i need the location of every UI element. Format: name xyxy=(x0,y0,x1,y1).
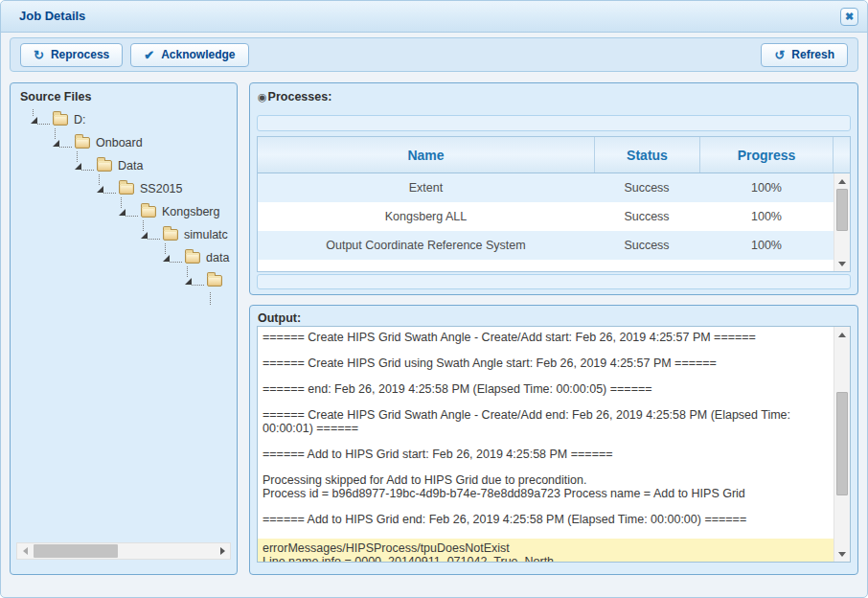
folder-icon xyxy=(207,275,222,287)
tree-item[interactable]: data xyxy=(11,246,237,269)
up-arrow-icon xyxy=(838,333,846,337)
expand-arrow-icon xyxy=(140,223,148,246)
table-row[interactable]: Output Coordinate Reference SystemSucces… xyxy=(258,231,850,260)
dialog-title: Job Details xyxy=(19,9,85,23)
close-button[interactable]: ✖ xyxy=(840,8,858,26)
table-row[interactable]: ExtentSuccess100% xyxy=(258,173,850,202)
process-name-cell: Output Coordinate Reference System xyxy=(258,231,594,260)
expand-arrow-icon xyxy=(30,108,37,131)
folder-icon xyxy=(141,206,156,218)
process-name-cell: Kongsberg ALL xyxy=(258,202,594,231)
tree-connector-line xyxy=(148,223,160,240)
tree-connector-line xyxy=(37,108,50,125)
expand-arrow-icon xyxy=(52,131,59,154)
tree-item[interactable]: Onboard xyxy=(11,131,237,154)
horizontal-scrollbar-thumb[interactable] xyxy=(34,544,118,558)
output-vertical-scrollbar[interactable] xyxy=(834,327,850,562)
toolbar: ↻ Reprocess ✔ Acknowledge ↺ Refresh xyxy=(10,37,858,72)
tree-connector-line xyxy=(103,177,116,194)
tree-item-label: SS2015 xyxy=(140,182,182,196)
column-header-name[interactable]: Name xyxy=(258,137,594,172)
refresh-icon: ↺ xyxy=(774,49,785,61)
tree-item[interactable]: Kongsberg xyxy=(11,200,237,223)
table-row[interactable]: Kongsberg ALLSuccess100% xyxy=(258,202,850,231)
down-arrow-icon xyxy=(838,262,846,266)
tree-item[interactable] xyxy=(11,269,237,292)
down-arrow-icon xyxy=(838,552,846,557)
reprocess-label: Reprocess xyxy=(51,48,109,61)
folder-icon xyxy=(97,160,112,172)
left-arrow-icon xyxy=(23,547,28,555)
tree-connector-line xyxy=(192,269,204,286)
expand-arrow-icon xyxy=(162,246,170,269)
job-details-dialog: Job Details ✖ ↻ Reprocess ✔ Acknowledge … xyxy=(0,0,868,598)
processes-table: Name Status Progress ExtentSuccess100%Ko… xyxy=(257,136,851,272)
expand-arrow-icon xyxy=(118,200,126,223)
tree-item[interactable]: SS2015 xyxy=(11,177,237,200)
folder-icon xyxy=(119,183,134,195)
scroll-up-button[interactable] xyxy=(834,173,850,189)
log-warning-block: errorMessages/HIPSProcess/tpuDoesNotExis… xyxy=(258,539,850,563)
tree-item-label: Data xyxy=(118,159,143,172)
folder-icon xyxy=(75,137,90,149)
tree-connector-line xyxy=(81,154,94,171)
process-status-cell: Success xyxy=(594,202,699,231)
log-paragraph: ====== Add to HIPS Grid start: Feb 26, 2… xyxy=(263,448,827,461)
log-paragraph: ====== end: Feb 26, 2019 4:25:58 PM (Ela… xyxy=(263,382,827,396)
dialog-titlebar[interactable]: Job Details ✖ xyxy=(1,1,867,33)
log-paragraph: ====== Create HIPS Grid using Swath Angl… xyxy=(263,356,827,370)
column-header-status[interactable]: Status xyxy=(594,137,699,172)
scroll-right-button[interactable] xyxy=(215,543,230,559)
processes-label-text: Processes: xyxy=(268,90,332,104)
log-paragraph: Processing skipped for Add to HIPS Grid … xyxy=(263,473,827,500)
scroll-down-button[interactable] xyxy=(834,256,850,271)
log-paragraph: ====== Create HIPS Grid Swath Angle - Cr… xyxy=(263,331,827,344)
refresh-button[interactable]: ↺ Refresh xyxy=(761,43,848,67)
process-rows: ExtentSuccess100%Kongsberg ALLSuccess100… xyxy=(258,173,850,271)
right-arrow-icon xyxy=(220,547,225,555)
process-progress-cell: 100% xyxy=(699,173,834,202)
processes-panel: ◉ Processes: Name Status Progress Extent… xyxy=(249,82,858,295)
process-status-cell: Success xyxy=(594,231,699,260)
header-spacer xyxy=(834,137,850,172)
processes-bullet-icon: ◉ xyxy=(258,91,267,104)
source-files-tree: D:OnboardDataSS2015Kongsbergsimulatcdata xyxy=(11,108,237,305)
acknowledge-button[interactable]: ✔ Acknowledge xyxy=(130,43,248,67)
table-scrollbar-thumb[interactable] xyxy=(836,189,848,231)
reprocess-icon: ↻ xyxy=(34,49,44,61)
process-name-cell: Extent xyxy=(258,173,594,202)
folder-icon xyxy=(185,252,200,264)
tree-item-label: data xyxy=(206,251,229,264)
output-scrollbar-thumb[interactable] xyxy=(836,392,848,495)
source-files-panel: Source Files D:OnboardDataSS2015Kongsber… xyxy=(10,82,238,575)
processes-footer-bar xyxy=(257,274,851,289)
tree-item[interactable]: D: xyxy=(11,108,237,131)
output-log: ====== Create HIPS Grid Swath Angle - Cr… xyxy=(258,327,850,562)
scroll-down-button[interactable] xyxy=(834,546,850,562)
checkmark-icon: ✔ xyxy=(144,49,154,61)
expand-arrow-icon xyxy=(96,177,103,200)
column-header-progress[interactable]: Progress xyxy=(699,137,834,172)
output-title: Output: xyxy=(258,311,301,325)
tree-connector-line xyxy=(59,131,72,148)
tree-horizontal-scrollbar[interactable] xyxy=(16,542,231,560)
tree-connector-tail xyxy=(210,292,237,305)
tree-item-label: Kongsberg xyxy=(162,205,219,218)
reprocess-button[interactable]: ↻ Reprocess xyxy=(20,43,123,67)
log-paragraph: ====== Add to HIPS Grid end: Feb 26, 201… xyxy=(263,513,827,526)
folder-icon xyxy=(53,114,68,126)
acknowledge-label: Acknowledge xyxy=(161,48,235,61)
output-log-area[interactable]: ====== Create HIPS Grid Swath Angle - Cr… xyxy=(257,326,851,563)
process-progress-cell: 100% xyxy=(699,231,834,260)
processes-top-bar xyxy=(257,115,851,131)
tree-item[interactable]: Data xyxy=(11,154,237,177)
tree-item-label: simulatc xyxy=(184,228,228,242)
process-progress-cell: 100% xyxy=(699,202,834,231)
scroll-left-button[interactable] xyxy=(17,543,33,559)
process-status-cell: Success xyxy=(594,173,699,202)
log-paragraph: ====== Create HIPS Grid Swath Angle - Cr… xyxy=(263,408,827,435)
tree-item[interactable]: simulatc xyxy=(11,223,237,246)
scroll-up-button[interactable] xyxy=(834,327,850,342)
table-vertical-scrollbar[interactable] xyxy=(834,173,850,271)
processes-label: ◉ Processes: xyxy=(258,90,331,104)
